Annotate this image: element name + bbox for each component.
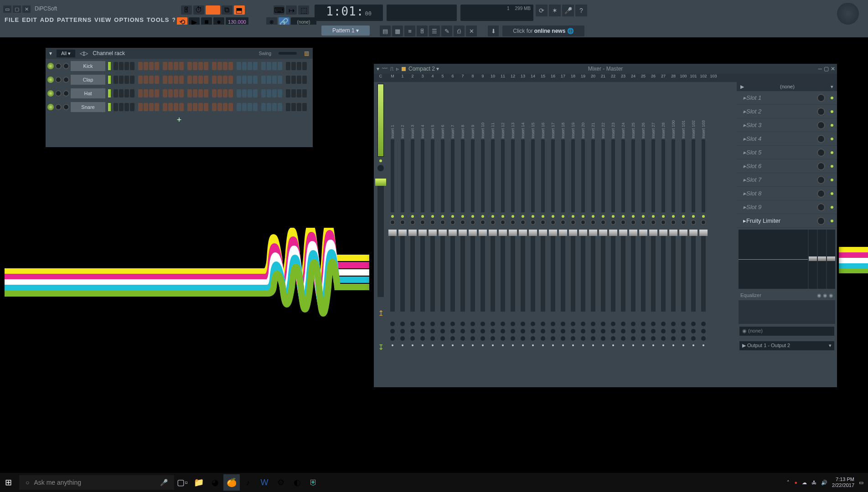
send-dot[interactable] xyxy=(522,344,524,346)
slot-enable-led[interactable] xyxy=(831,165,833,168)
step-button[interactable] xyxy=(179,76,184,84)
track-mute-led[interactable] xyxy=(652,215,655,218)
track-mute-led[interactable] xyxy=(612,215,615,218)
step-button[interactable] xyxy=(155,62,159,70)
track-mute-led[interactable] xyxy=(512,215,514,218)
send-knob[interactable] xyxy=(460,322,465,326)
tray-chevron-icon[interactable]: ˄ xyxy=(787,480,790,486)
send-knob-3[interactable] xyxy=(671,336,676,341)
fx-slot[interactable]: ▸ Slot 3 xyxy=(737,118,837,132)
track-number[interactable]: 26 xyxy=(648,74,658,82)
track-pan-knob[interactable] xyxy=(490,220,496,225)
track-number[interactable]: 28 xyxy=(668,74,678,82)
step-button[interactable] xyxy=(138,103,143,111)
track-fader[interactable] xyxy=(470,230,475,312)
send-knob[interactable] xyxy=(701,322,706,326)
step-button[interactable] xyxy=(242,89,247,97)
send-knob[interactable] xyxy=(551,322,555,326)
step-button[interactable] xyxy=(149,89,154,97)
send-knob-2[interactable] xyxy=(541,329,545,333)
send-dot[interactable] xyxy=(562,344,564,346)
track-mute-led[interactable] xyxy=(522,215,524,218)
track-mute-led[interactable] xyxy=(481,215,484,218)
news-ticker[interactable]: Click for online news 🌐 xyxy=(502,26,584,36)
send-knob[interactable] xyxy=(611,322,615,326)
send-knob-3[interactable] xyxy=(491,336,495,341)
send-knob-2[interactable] xyxy=(400,329,405,333)
tempo-tap-icon[interactable]: ✎ xyxy=(441,26,452,36)
mixer-track[interactable]: Insert 14 xyxy=(518,82,528,387)
track-pan-knob[interactable] xyxy=(430,220,435,225)
track-number[interactable]: 2 xyxy=(408,74,418,82)
channel-vol-knob[interactable] xyxy=(63,63,69,69)
send-knob-2[interactable] xyxy=(551,329,555,333)
track-mute-led[interactable] xyxy=(702,215,705,218)
step-button[interactable] xyxy=(149,62,154,70)
mixer-minimize-icon[interactable]: ─ xyxy=(818,66,822,72)
mixer-track[interactable]: Insert 23 xyxy=(608,82,618,387)
step-button[interactable] xyxy=(253,103,258,111)
send-knob-2[interactable] xyxy=(531,329,535,333)
track-pan-knob[interactable] xyxy=(480,220,486,225)
send-dot[interactable] xyxy=(672,344,674,346)
track-number[interactable]: 4 xyxy=(428,74,438,82)
step-button[interactable] xyxy=(223,89,227,97)
send-knob-3[interactable] xyxy=(470,336,475,341)
send-knob-3[interactable] xyxy=(591,336,595,341)
track-fader[interactable] xyxy=(420,230,425,312)
send-knob-3[interactable] xyxy=(701,336,706,341)
track-fader[interactable] xyxy=(651,230,656,312)
close-icon[interactable]: ✕ xyxy=(22,5,31,13)
itunes-icon[interactable]: ♪ xyxy=(240,474,256,491)
step-button[interactable] xyxy=(248,62,252,70)
mixer-track[interactable]: Insert 1 xyxy=(388,82,398,387)
send-knob[interactable] xyxy=(470,322,475,326)
mixer-track[interactable]: Insert 8 xyxy=(458,82,468,387)
step-button[interactable] xyxy=(217,62,222,70)
track-fader[interactable] xyxy=(581,230,585,312)
step-button[interactable] xyxy=(168,62,173,70)
track-fader[interactable] xyxy=(551,230,555,312)
step-button[interactable] xyxy=(272,103,277,111)
send-knob[interactable] xyxy=(440,322,445,326)
send-knob-2[interactable] xyxy=(641,329,646,333)
step-button[interactable] xyxy=(155,76,159,84)
send-knob-2[interactable] xyxy=(571,329,575,333)
menu-options[interactable]: OPTIONS xyxy=(114,16,144,23)
track-mute-led[interactable] xyxy=(622,215,625,218)
send-dot[interactable] xyxy=(482,344,484,346)
step-button[interactable] xyxy=(114,89,118,97)
step-button[interactable] xyxy=(242,76,247,84)
slot-enable-led[interactable] xyxy=(831,192,833,195)
send-dot[interactable] xyxy=(512,344,514,346)
send-knob[interactable] xyxy=(681,322,686,326)
about-icon[interactable]: ? xyxy=(575,5,587,16)
send-knob-3[interactable] xyxy=(440,336,445,341)
send-knob-2[interactable] xyxy=(611,329,615,333)
mixer-track[interactable]: Insert 24 xyxy=(618,82,628,387)
eclipse-icon[interactable]: ◐ xyxy=(289,474,305,491)
track-fader[interactable] xyxy=(541,230,545,312)
mixer-track[interactable]: Insert 16 xyxy=(538,82,548,387)
step-button[interactable] xyxy=(278,76,282,84)
send-knob[interactable] xyxy=(531,322,535,326)
send-knob[interactable] xyxy=(691,322,696,326)
tray-volume-icon[interactable]: 🔊 xyxy=(821,480,827,486)
send-knob-2[interactable] xyxy=(480,329,485,333)
step-button[interactable] xyxy=(187,103,192,111)
mixer-color-icon[interactable] xyxy=(402,67,406,71)
channel-vol-knob[interactable] xyxy=(63,104,69,110)
send-knob-3[interactable] xyxy=(501,336,505,341)
step-button[interactable] xyxy=(278,103,282,111)
track-number[interactable]: 100 xyxy=(678,74,688,82)
menu-add[interactable]: ADD xyxy=(40,16,54,23)
lim-fader-2[interactable] xyxy=(818,230,826,289)
step-button[interactable] xyxy=(248,89,252,97)
step-button[interactable] xyxy=(204,62,208,70)
send-knob-2[interactable] xyxy=(691,329,696,333)
swing-slider[interactable] xyxy=(279,52,297,55)
track-pan-knob[interactable] xyxy=(450,220,455,225)
send-knob-3[interactable] xyxy=(601,336,605,341)
track-mute-led[interactable] xyxy=(672,215,675,218)
output-none[interactable]: ◉ (none) xyxy=(739,327,834,336)
